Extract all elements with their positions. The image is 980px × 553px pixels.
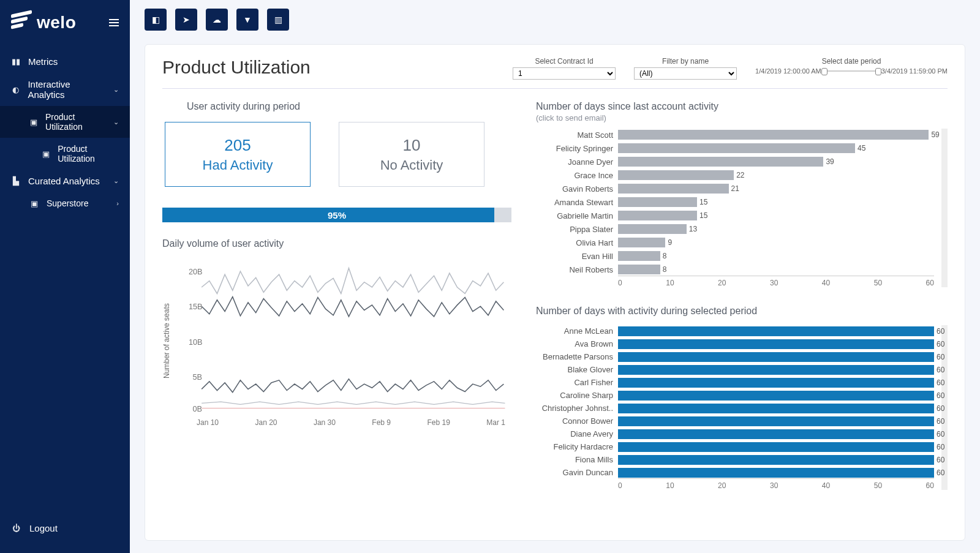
nav-label: Superstore [47, 198, 88, 208]
bar-value: 21 [729, 184, 739, 194]
bar-name: Neil Roberts [536, 265, 613, 274]
menu-toggle-icon[interactable] [109, 19, 119, 26]
bar-row[interactable]: Bernadette Parsons60 [536, 351, 934, 363]
kpi-title: User activity during period [162, 101, 511, 112]
filter-button[interactable]: ▼ [236, 9, 258, 31]
bar-name: Olivia Hart [536, 238, 613, 247]
linechart-title: Daily volume of user activity [162, 238, 511, 249]
contract-select[interactable]: 1 [513, 67, 616, 80]
bar-name: Amanda Stewart [536, 198, 613, 207]
chevron-down-icon: ⌄ [113, 86, 119, 94]
bar-row[interactable]: Anne McLean60 [536, 325, 934, 337]
area-chart-icon: ▙ [11, 176, 21, 186]
bar-name: Joanne Dyer [536, 157, 613, 167]
chart-scrollbar[interactable] [941, 129, 948, 287]
nav-label: Interactive Analytics [28, 79, 106, 100]
bar-row[interactable]: Joanne Dyer39 [536, 156, 934, 168]
bar-name: Carl Fisher [536, 378, 613, 387]
kpi-value: 10 [403, 136, 421, 155]
bar-row[interactable]: Matt Scott59 [536, 129, 934, 141]
bar-value: 8 [660, 265, 667, 274]
bar-row[interactable]: Caroline Sharp60 [536, 389, 934, 401]
bar-row[interactable]: Carl Fisher60 [536, 377, 934, 388]
chevron-down-icon: ⌄ [113, 118, 119, 126]
filter-label: Select date period [822, 57, 881, 66]
bar-row[interactable]: Gavin Duncan60 [536, 467, 934, 478]
nav-superstore[interactable]: ▣ Superstore › [0, 192, 130, 214]
date-slider[interactable] [824, 70, 879, 72]
bar-row[interactable]: Pippa Slater13 [536, 223, 934, 235]
bar-row[interactable]: Gabrielle Martin15 [536, 209, 934, 222]
bar-value: 60 [934, 416, 944, 426]
date-start: 1/4/2019 12:00:00 AM [755, 67, 821, 75]
bar-chart-icon: ▮▮ [11, 57, 21, 66]
logout-button[interactable]: ⏻ Logout [0, 511, 130, 553]
bar-row[interactable]: Felicity Springer45 [536, 142, 934, 154]
page-title: Product Utilization [162, 57, 311, 78]
bar-row[interactable]: Grace Ince22 [536, 169, 934, 181]
divider [162, 88, 948, 89]
columns-button[interactable]: ▥ [267, 9, 289, 31]
upload-button[interactable]: ☁ [206, 9, 228, 31]
kpi-had-activity: 205 Had Activity [165, 122, 311, 187]
bar-row[interactable]: Blake Glover60 [536, 364, 934, 375]
bar-row[interactable]: Ava Brown60 [536, 338, 934, 350]
days-with-activity-chart[interactable]: Anne McLean60Ava Brown60Bernadette Parso… [536, 325, 934, 490]
bar-name: Ava Brown [536, 339, 613, 348]
filter-label: Select Contract Id [513, 57, 616, 66]
bar-name: Caroline Sharp [536, 391, 613, 400]
send-button[interactable]: ➤ [175, 9, 197, 31]
main: ◧ ➤ ☁ ▼ ▥ Product Utilization Select Con… [130, 0, 980, 553]
chevron-right-icon: › [116, 200, 119, 207]
report-icon: ▣ [29, 118, 38, 127]
logo: welo [11, 12, 76, 33]
name-select[interactable]: (All) [634, 67, 737, 80]
bar-row[interactable]: Olivia Hart9 [536, 236, 934, 249]
days-since-activity-chart[interactable]: Matt Scott59Felicity Springer45Joanne Dy… [536, 129, 934, 287]
kpi-label: No Activity [380, 157, 443, 173]
kpi-label: Had Activity [203, 157, 273, 173]
nav-label: Product Utilization [58, 144, 119, 164]
nav-curated-analytics[interactable]: ▙ Curated Analytics ⌄ [0, 170, 130, 192]
bar-value: 22 [734, 170, 744, 180]
bar-row[interactable]: Felicity Hardacre60 [536, 441, 934, 453]
bar-row[interactable]: Christopher Johnst..60 [536, 402, 934, 414]
nav-interactive-analytics[interactable]: ◐ Interactive Analytics ⌄ [0, 73, 130, 106]
kpi-no-activity: 10 No Activity [339, 122, 484, 187]
utilization-progress: 95% [162, 208, 511, 222]
chart2-title: Number of days with activity during sele… [536, 306, 948, 317]
bar-value: 8 [660, 251, 667, 261]
bar-row[interactable]: Gavin Roberts21 [536, 182, 934, 195]
bar-name: Pippa Slater [536, 225, 613, 234]
bar-row[interactable]: Fiona Mills60 [536, 454, 934, 465]
bar-value: 60 [934, 339, 944, 349]
nav-product-utilization-child[interactable]: ▣ Product Utilization [0, 138, 130, 170]
svg-text:20B: 20B [189, 268, 202, 276]
chart1-title: Number of days since last account activi… [536, 101, 948, 112]
kpi-value: 205 [224, 136, 251, 155]
bar-name: Bernadette Parsons [536, 352, 613, 361]
bar-row[interactable]: Neil Roberts8 [536, 263, 934, 276]
bar-value: 45 [855, 143, 865, 153]
chevron-down-icon: ⌄ [113, 177, 119, 185]
cube-icon: ◧ [152, 15, 160, 24]
cube-button[interactable]: ◧ [145, 9, 167, 31]
bar-row[interactable]: Evan Hill8 [536, 250, 934, 262]
svg-text:15B: 15B [189, 303, 202, 311]
funnel-icon: ▼ [243, 15, 252, 24]
bar-name: Gavin Duncan [536, 468, 613, 477]
logo-mark-icon [11, 10, 32, 35]
bar-row[interactable]: Connor Bower60 [536, 415, 934, 427]
bar-value: 60 [934, 442, 944, 452]
nav-label: Product Utilization [45, 112, 106, 132]
daily-volume-chart[interactable]: 0B 5B 10B 15B 20B [176, 255, 511, 427]
nav-label: Curated Analytics [28, 176, 100, 186]
bar-row[interactable]: Diane Avery60 [536, 428, 934, 440]
nav-metrics[interactable]: ▮▮ Metrics [0, 50, 130, 73]
bar-name: Matt Scott [536, 130, 613, 140]
toolbar: ◧ ➤ ☁ ▼ ▥ [130, 0, 980, 33]
bar-value: 9 [665, 238, 672, 247]
nav-product-utilization[interactable]: ▣ Product Utilization ⌄ [0, 106, 130, 138]
x-axis-ticks: Jan 10 Jan 20 Jan 30 Feb 9 Feb 19 Mar 1 [176, 415, 511, 427]
bar-row[interactable]: Amanda Stewart15 [536, 196, 934, 208]
